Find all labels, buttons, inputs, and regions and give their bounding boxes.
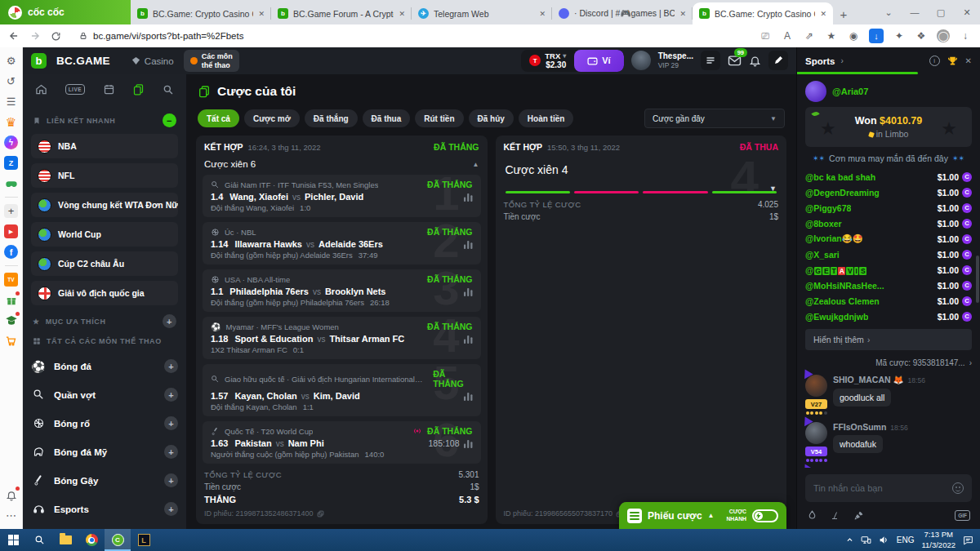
share-icon[interactable]: ⇗ [803,29,816,42]
profile-icon[interactable]: ◯ [937,29,950,42]
cart-icon[interactable] [4,334,18,348]
stats-bars-icon[interactable] [464,335,473,344]
refresh-icon[interactable] [51,31,61,42]
collapse-quick-links-button[interactable]: − [163,113,176,127]
shield-icon[interactable]: ◉ [847,29,860,42]
inbox-button[interactable]: 99 [728,55,742,66]
rain-username[interactable]: @Piggy678 [805,203,851,213]
rain-username[interactable]: @X_sari [805,250,840,260]
new-tab-button[interactable]: + [833,3,854,24]
rules-icon[interactable] [831,510,840,521]
network-icon[interactable] [861,535,871,544]
taskbar-chrome-button[interactable] [78,529,105,551]
stats-bars-icon[interactable] [464,439,473,448]
currency-selector[interactable]: T TRX▾ $2.30 [521,50,574,72]
rain-username[interactable]: @DegenDreaming [805,188,880,198]
gif-icon[interactable]: GIF [955,510,970,521]
quick-bet-toggle[interactable] [752,509,778,522]
rain-tip-icon[interactable] [807,509,817,521]
browser-tab[interactable]: bBC.Game Forum - A Cryptoc✕ [271,2,412,24]
wallet-button[interactable]: Ví [574,50,623,72]
chat-avatar[interactable] [805,375,827,397]
sidebar-item-world-cup[interactable]: World Cup [31,222,178,247]
combo-toggle[interactable]: Cược xiên 4 4 ▼ [496,157,787,191]
sidebar-icon[interactable]: ❖ [915,29,928,42]
betslip-button[interactable]: Phiếu cược ▲ CƯỢCNHANH [619,502,786,529]
info-icon[interactable]: i [929,56,940,66]
nav-casino[interactable]: Casino [131,56,174,66]
winner-avatar[interactable] [805,81,826,102]
tab-close-icon[interactable]: ✕ [258,10,265,18]
emoji-icon[interactable] [952,482,964,494]
rain-username[interactable]: @Ivorian😂🤩 [805,233,863,244]
user-info[interactable]: Thespe... VIP 29 [658,51,693,70]
compose-chat-button[interactable] [768,51,788,70]
sidebar-sport-fifa[interactable]: FI▲FIFA+ [31,523,178,529]
nav-sports[interactable]: Các mônthể thao [184,50,239,72]
expand-plus-button[interactable]: + [164,388,178,402]
browser-tab[interactable]: bBC.Game: Crypto Casino Gam✕ [693,2,833,24]
close-icon[interactable]: ✕ [965,56,972,65]
rocket-icon[interactable] [853,510,864,521]
expand-plus-button[interactable]: + [164,445,178,459]
rain-username[interactable]: @GETAVIS [805,265,867,275]
close-icon[interactable]: ✕ [954,0,980,24]
star-icon[interactable]: ★ [825,29,838,42]
chat-room-tab[interactable]: Sports [805,56,835,66]
messenger-icon[interactable]: ϟ [4,136,18,149]
filter-tab-tất-cả[interactable]: Tất cả [198,109,239,127]
expand-plus-button[interactable]: + [164,416,178,430]
big-win-card[interactable]: ★ ★ Won $4010.79 in Limbo [805,107,972,147]
rain-username[interactable]: @MoHsiNRasHee... [805,281,884,291]
tv-icon[interactable]: TV [4,273,18,287]
taskbar-lol-button[interactable]: L [131,529,157,551]
chat-username[interactable]: FFIsOnSumn [833,422,886,432]
gamepad-icon[interactable] [4,176,18,190]
clock[interactable]: 7:13 PM11/3/2022 [921,530,956,550]
reading-list-icon[interactable]: ☰ [4,95,18,109]
sort-dropdown[interactable]: Cược gần đây ▼ [644,109,785,128]
translate-icon[interactable]: A [781,29,794,42]
extensions-icon[interactable]: ✦ [893,29,906,42]
bcgame-logo-text[interactable]: BC.GAME [56,55,110,67]
minimize-icon[interactable]: — [902,0,928,24]
trophy-icon[interactable] [947,56,958,66]
filter-tab-rút-tiền[interactable]: Rút tiền [415,109,463,127]
live-icon[interactable]: LIVE [65,84,85,95]
add-favorite-button[interactable]: + [163,314,176,328]
gift-icon[interactable] [4,293,18,307]
sidebar-sport-basketball[interactable]: Bóng rổ+ [31,409,178,438]
download-active-icon[interactable]: ↓ [869,29,884,43]
sidebar-sport-esports[interactable]: Esports+ [31,495,178,523]
chat-avatar[interactable] [805,422,827,444]
stats-bars-icon[interactable] [464,287,473,296]
taskbar-search-button[interactable] [26,529,52,551]
zalo-icon[interactable]: Z [4,156,18,170]
settings-icon[interactable]: ⚙ [4,54,18,68]
filter-tab-đã-thắng[interactable]: Đã thắng [305,109,358,127]
combo-toggle[interactable]: Cược xiên 6 ▲ [196,157,488,175]
browser-tab[interactable]: · Discord | #🎮games | BC G✕ [552,2,693,24]
rain-username[interactable]: @Ewujkgdnjwb [805,312,868,322]
search-icon[interactable] [163,84,174,96]
bcgame-logo-icon[interactable]: b [31,53,47,69]
expand-plus-button[interactable]: + [164,502,178,516]
action-center-icon[interactable] [963,535,973,545]
chat-input[interactable] [813,483,947,493]
bet-code-link[interactable]: Mã cược: 9353818147...› [805,358,972,367]
sidebar-item-vòng-chung-kết-wta-đơn-nữ[interactable]: Vòng chung kết WTA Đơn Nữ [31,193,178,217]
filter-tab-đã-thua[interactable]: Đã thua [363,109,411,127]
sidebar-sport-cricket[interactable]: Bóng Gậy+ [31,466,178,495]
expand-plus-button[interactable]: + [164,473,178,487]
graduation-icon[interactable] [4,313,18,327]
rain-username[interactable]: @8boxer [805,219,842,229]
taskbar-explorer-button[interactable] [52,529,78,551]
sidebar-item-giải-vô-địch-quốc-gia[interactable]: Giải vô địch quốc gia [31,281,178,305]
tab-close-icon[interactable]: ✕ [679,10,686,18]
chat-username[interactable]: SHIO_MACAN 🦊 [833,375,904,385]
filter-tab-cược-mở[interactable]: Cược mở [244,109,300,127]
facebook-icon[interactable]: f [4,245,18,259]
sidebar-sport-football[interactable]: Bóng đá Mỹ+ [31,438,178,466]
taskbar-coccoc-button[interactable]: C [105,529,131,551]
volume-icon[interactable] [879,535,889,544]
